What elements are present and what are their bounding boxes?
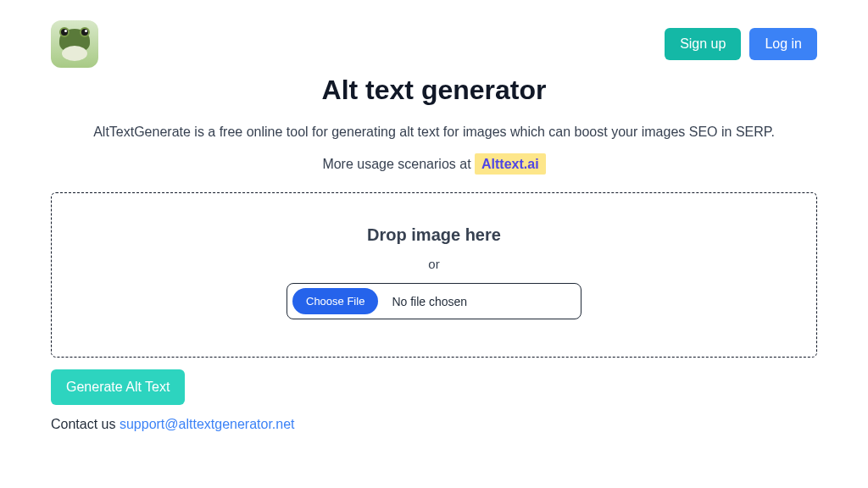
contact-prefix: Contact us	[51, 417, 120, 431]
drop-title: Drop image here	[69, 225, 799, 245]
choose-file-button[interactable]: Choose File	[292, 288, 378, 314]
header: Sign up Log in	[0, 0, 868, 68]
signup-button[interactable]: Sign up	[665, 28, 741, 60]
dropzone[interactable]: Drop image here or Choose File No file c…	[51, 192, 817, 358]
file-status-text: No file chosen	[392, 295, 467, 308]
logo-frog-icon[interactable]	[51, 20, 98, 68]
login-button[interactable]: Log in	[749, 28, 817, 60]
header-buttons: Sign up Log in	[665, 28, 817, 60]
main-content: Alt text generator AltTextGenerate is a …	[0, 75, 868, 432]
usage-scenarios: More usage scenarios at Alttext.ai	[51, 157, 817, 172]
generate-alt-text-button[interactable]: Generate Alt Text	[51, 369, 185, 405]
file-input[interactable]: Choose File No file chosen	[287, 283, 581, 319]
alttext-ai-link[interactable]: Alttext.ai	[475, 153, 546, 175]
description-text: AltTextGenerate is a free online tool fo…	[51, 125, 817, 140]
contact-email-link[interactable]: support@alttextgenerator.net	[120, 417, 295, 431]
or-label: or	[69, 257, 799, 271]
page-title: Alt text generator	[51, 75, 817, 106]
contact-info: Contact us support@alttextgenerator.net	[51, 417, 817, 432]
usage-prefix: More usage scenarios at	[322, 157, 475, 171]
